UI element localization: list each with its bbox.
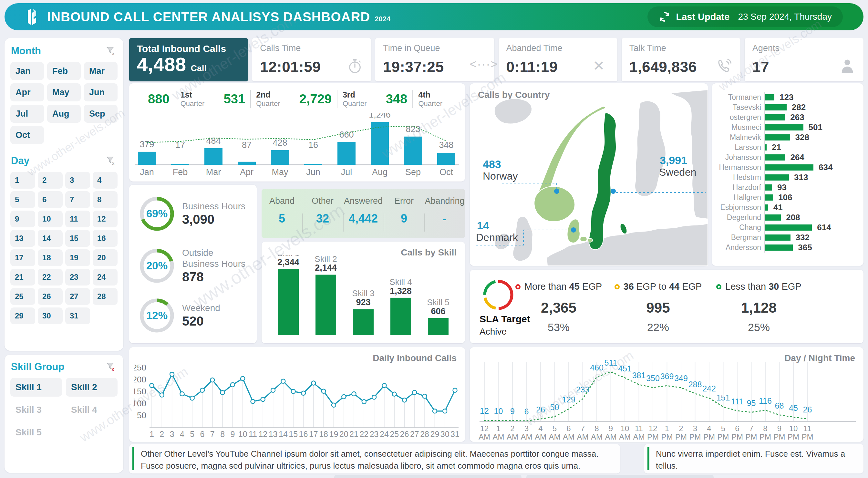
skill-button-skill-1[interactable]: Skill 1 [10,378,62,397]
agent-bar[interactable] [765,144,767,150]
daily-point-25[interactable] [392,392,397,396]
day-button-4[interactable]: 4 [93,172,118,189]
daily-point-18[interactable] [321,389,326,393]
day-button-22[interactable]: 22 [38,269,63,286]
daily-point-30[interactable] [443,409,447,413]
bar-jun[interactable] [304,164,322,165]
bar-skill-4[interactable] [391,298,411,335]
daily-point-14[interactable] [281,379,285,383]
daily-point-5[interactable] [190,396,194,400]
donut-outside-business-hours[interactable]: 20% [139,248,175,284]
daily-point-4[interactable] [180,392,184,396]
agent-bar[interactable] [765,214,781,220]
daily-point-1[interactable] [150,383,154,388]
day-button-15[interactable]: 15 [65,230,90,247]
bar-feb[interactable] [171,164,189,165]
agent-bar[interactable] [765,165,813,171]
day-button-21[interactable]: 21 [10,269,35,286]
daily-point-11[interactable] [251,399,255,404]
page-tab-stub[interactable] [334,475,522,478]
day-button-19[interactable]: 19 [65,249,90,266]
monthly-calls-bar-chart[interactable]: 379Jan17Feb484Mar87Apr428May16Jun660Jul1… [132,113,462,178]
month-button-jun[interactable]: Jun [84,83,118,101]
daily-point-3[interactable] [170,372,174,376]
donut-weekend[interactable]: 12% [139,297,175,334]
day-clear-filter-icon[interactable]: x [105,155,116,166]
day-button-6[interactable]: 6 [38,191,63,208]
daily-point-17[interactable] [311,381,315,385]
agent-bar[interactable] [765,235,790,241]
bar-sep[interactable] [404,137,422,165]
day-button-31[interactable]: 31 [65,307,90,324]
daily-point-21[interactable] [352,392,356,396]
scandinavia-map[interactable]: 483 Norway 3,991 Sweden 14 Denmark [470,83,708,266]
day-button-14[interactable]: 14 [38,230,63,247]
bar-may[interactable] [271,150,289,165]
bar-oct[interactable] [437,153,455,165]
donut-business-hours[interactable]: 69% [139,196,175,232]
daily-point-19[interactable] [332,403,336,407]
daily-point-24[interactable] [382,383,386,388]
month-button-oct[interactable]: Oct [10,126,44,144]
bar-mar[interactable] [205,148,222,165]
daily-point-23[interactable] [372,395,376,399]
day-button-5[interactable]: 5 [10,191,35,208]
calls-by-skill-bar-chart[interactable]: Skill 12,344Skill 22,144Skill 3923Skill … [270,255,457,339]
day-button-9[interactable]: 9 [10,211,35,228]
day-button-13[interactable]: 13 [10,230,35,247]
day-button-2[interactable]: 2 [38,172,63,189]
daily-point-28[interactable] [423,394,427,398]
daily-inbound-line-chart[interactable]: 5010015020025012345678910111213141516171… [134,352,460,439]
agent-bar[interactable] [765,225,812,231]
daily-point-16[interactable] [301,391,306,395]
day-button-30[interactable]: 30 [38,307,63,324]
skill-button-skill-2[interactable]: Skill 2 [66,378,118,397]
sla-donut-chart[interactable] [482,278,515,312]
daily-point-27[interactable] [412,390,416,394]
daily-point-7[interactable] [210,378,214,382]
page-tab-stub[interactable] [526,475,714,478]
daily-point-13[interactable] [271,388,275,392]
day-button-12[interactable]: 12 [93,211,118,228]
skill-button-skill-4[interactable]: Skill 4 [66,400,118,419]
month-button-aug[interactable]: Aug [47,104,81,123]
agent-bar[interactable] [765,244,793,250]
agent-bar[interactable] [765,154,785,160]
daily-point-29[interactable] [433,409,437,413]
agent-bar[interactable] [765,184,772,190]
month-button-may[interactable]: May [47,83,81,101]
day-button-28[interactable]: 28 [93,288,118,305]
month-button-jan[interactable]: Jan [10,62,44,80]
daily-point-31[interactable] [453,388,457,392]
agent-bar[interactable] [765,195,773,201]
day-button-27[interactable]: 27 [65,288,90,305]
bar-skill-5[interactable] [428,318,448,335]
day-button-17[interactable]: 17 [10,249,35,266]
skill-button-skill-3[interactable]: Skill 3 [10,400,62,419]
day-button-26[interactable]: 26 [38,288,63,305]
agent-bar[interactable] [765,114,785,120]
daily-point-2[interactable] [160,393,164,397]
daily-point-10[interactable] [241,377,245,381]
day-button-10[interactable]: 10 [38,211,63,228]
daily-point-15[interactable] [291,389,296,394]
daily-point-26[interactable] [402,398,407,402]
daily-point-20[interactable] [342,395,346,399]
daily-point-22[interactable] [362,399,366,404]
day-button-1[interactable]: 1 [10,172,35,189]
month-button-sep[interactable]: Sep [84,104,118,123]
day-button-11[interactable]: 11 [65,211,90,228]
agent-bar[interactable] [765,104,786,111]
agent-bar[interactable] [765,135,790,141]
day-button-18[interactable]: 18 [38,249,63,266]
daily-point-12[interactable] [261,397,265,401]
month-button-apr[interactable]: Apr [10,83,44,101]
agent-bar[interactable] [765,94,774,100]
month-button-mar[interactable]: Mar [84,62,118,80]
agent-bar[interactable] [765,174,789,181]
agent-bar[interactable] [765,204,768,211]
day-button-23[interactable]: 23 [65,269,90,286]
bar-jan[interactable] [138,152,156,165]
month-clear-filter-icon[interactable]: x [105,46,116,57]
bar-jul[interactable] [337,142,355,165]
